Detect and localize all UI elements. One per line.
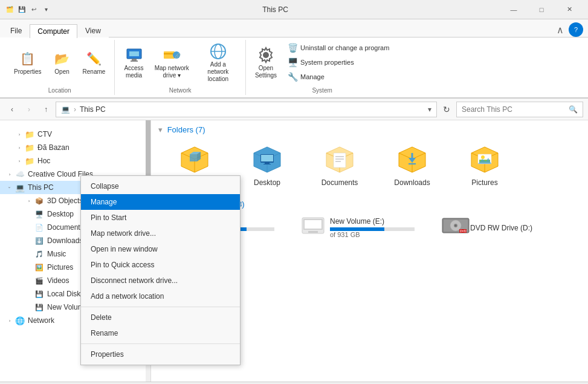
refresh-button[interactable]: ↻ [439, 102, 454, 117]
folder-icon-da-bazan: 📁 [24, 142, 35, 153]
svg-rect-19 [334, 153, 346, 168]
settings-icon [256, 45, 276, 65]
local-disk-icon: 💾 [34, 288, 45, 299]
address-path: This PC [80, 105, 106, 114]
folder-documents[interactable]: Documents [303, 137, 376, 192]
context-pin-quick[interactable]: Pin to Quick access [81, 257, 240, 273]
expand-network[interactable]: › [5, 316, 15, 325]
undo-icon[interactable]: ↩ [29, 5, 39, 15]
properties-icon: 📋 [18, 49, 37, 68]
folder-icon-hoc: 📁 [24, 155, 35, 166]
manage-ribbon-button[interactable]: 🔧 Manage [283, 70, 393, 83]
access-media-button[interactable]: Accessmedia [120, 44, 147, 81]
svg-rect-2 [132, 59, 137, 60]
system-properties-button[interactable]: 🖥️ System properties [283, 56, 393, 69]
folders-collapse-icon[interactable]: ▾ [158, 125, 163, 134]
svg-point-42 [455, 225, 457, 227]
close-button[interactable]: ✕ [555, 0, 583, 19]
context-map-network[interactable]: Map network drive... [81, 226, 240, 241]
creative-cloud-icon: ☁️ [15, 169, 25, 180]
add-network-location-button[interactable]: Add a networklocation [196, 40, 241, 85]
expand-3d-objects[interactable]: › [24, 196, 34, 206]
context-delete[interactable]: Delete [81, 310, 240, 325]
dvd-d-icon: DVD [441, 213, 465, 242]
tab-view[interactable]: View [77, 24, 109, 37]
context-disconnect[interactable]: Disconnect network drive... [81, 273, 240, 288]
network-label: Network [169, 86, 192, 95]
context-separator-1 [81, 307, 240, 307]
expand-ctv[interactable]: › [15, 129, 24, 139]
open-button[interactable]: 📂 Open [48, 47, 76, 77]
system-small-buttons: 🗑️ Uninstall or change a program 🖥️ Syst… [283, 41, 393, 83]
forward-button[interactable]: › [22, 102, 36, 117]
music-icon: 🎵 [34, 249, 45, 259]
manage-icon: 🔧 [288, 72, 298, 82]
context-manage[interactable]: Manage [81, 194, 240, 210]
sidebar-item-ctv[interactable]: › 📁 CTV [0, 128, 150, 141]
back-button[interactable]: ‹ [5, 102, 19, 117]
system-buttons: OpenSettings 🗑️ Uninstall or change a pr… [251, 40, 394, 85]
uninstall-button[interactable]: 🗑️ Uninstall or change a program [283, 41, 393, 54]
sidebar-label-desktop: Desktop [47, 210, 74, 218]
ribbon-section-network: Accessmedia 🔗 Map networkdrive ▾ [115, 40, 245, 95]
open-settings-button[interactable]: OpenSettings [251, 44, 281, 81]
context-properties[interactable]: Properties [81, 347, 240, 362]
help-button[interactable]: ? [569, 22, 583, 37]
folder-downloads[interactable]: Downloads [376, 137, 448, 192]
context-collapse[interactable]: Collapse [81, 178, 240, 194]
up-button[interactable]: ↑ [39, 102, 53, 117]
search-box[interactable]: 🔍 [456, 102, 583, 117]
device-new-volume-e[interactable]: New Volume (E:) of 931 GB [299, 211, 431, 244]
sidebar-item-hoc[interactable]: › 📁 Hoc [0, 154, 150, 168]
sidebar-label-downloads: Downloads [47, 236, 83, 245]
desktop-label: Desktop [254, 178, 280, 187]
folder-icon-ctv: 📁 [24, 129, 35, 140]
folder-desktop[interactable]: Desktop [231, 137, 303, 192]
sidebar-item-da-bazan[interactable]: › 📁 Đã Bazan [0, 141, 150, 154]
svg-rect-16 [261, 155, 273, 161]
documents-icon: 📄 [34, 222, 45, 233]
device-dvd-d[interactable]: DVD DVD RW Drive (D:) [439, 211, 572, 244]
tab-file[interactable]: File [2, 24, 30, 37]
map-network-drive-button[interactable]: 🔗 Map networkdrive ▾ [150, 44, 193, 81]
sidebar-label-da-bazan: Đã Bazan [37, 143, 69, 152]
dropdown-icon[interactable]: ▾ [41, 5, 51, 15]
sidebar-label-hoc: Hoc [37, 157, 50, 165]
pictures-large-icon [469, 142, 500, 176]
svg-rect-12 [190, 154, 197, 161]
search-input[interactable] [462, 105, 566, 114]
system-properties-icon: 🖥️ [288, 57, 298, 67]
title-bar: 🗂️ 💾 ↩ ▾ This PC — □ ✕ [0, 0, 588, 19]
rename-button[interactable]: ✏️ Rename [79, 47, 110, 77]
documents-label: Documents [321, 178, 358, 187]
maximize-button[interactable]: □ [528, 0, 555, 19]
downloads-icon: ⬇️ [34, 235, 45, 246]
uninstall-icon: 🗑️ [288, 43, 298, 53]
videos-icon: 🎬 [34, 275, 45, 286]
svg-rect-18 [263, 164, 271, 164]
expand-da-bazan[interactable]: › [15, 143, 24, 152]
sidebar-label-videos: Videos [47, 276, 69, 285]
folder-pictures[interactable]: Pictures [448, 137, 521, 192]
address-dropdown-icon[interactable]: ▾ [428, 105, 431, 114]
context-menu: Collapse Manage Pin to Start Map network… [80, 175, 241, 365]
svg-rect-1 [129, 51, 139, 56]
expand-this-pc[interactable]: › [5, 183, 15, 192]
quick-save-icon[interactable]: 💾 [17, 5, 27, 15]
context-pin-start[interactable]: Pin to Start [81, 210, 240, 226]
context-rename[interactable]: Rename [81, 325, 240, 341]
context-open-new-window[interactable]: Open in new window [81, 241, 240, 257]
properties-button[interactable]: 📋 Properties [10, 47, 46, 77]
status-bar: 10 items [0, 382, 588, 384]
new-volume-e-icon [301, 215, 325, 240]
address-input[interactable]: 💻 › This PC ▾ [56, 102, 437, 117]
minimize-button[interactable]: — [500, 0, 528, 19]
context-add-network[interactable]: Add a network location [81, 288, 240, 304]
expand-creative-cloud[interactable]: › [5, 169, 15, 179]
3d-objects-icon: 📦 [34, 195, 45, 206]
tab-computer[interactable]: Computer [30, 24, 77, 38]
desktop-icon: 🖥️ [34, 209, 45, 220]
access-media-icon [124, 45, 144, 65]
expand-hoc[interactable]: › [15, 156, 24, 166]
ribbon-collapse-icon[interactable]: ∧ [557, 24, 564, 36]
